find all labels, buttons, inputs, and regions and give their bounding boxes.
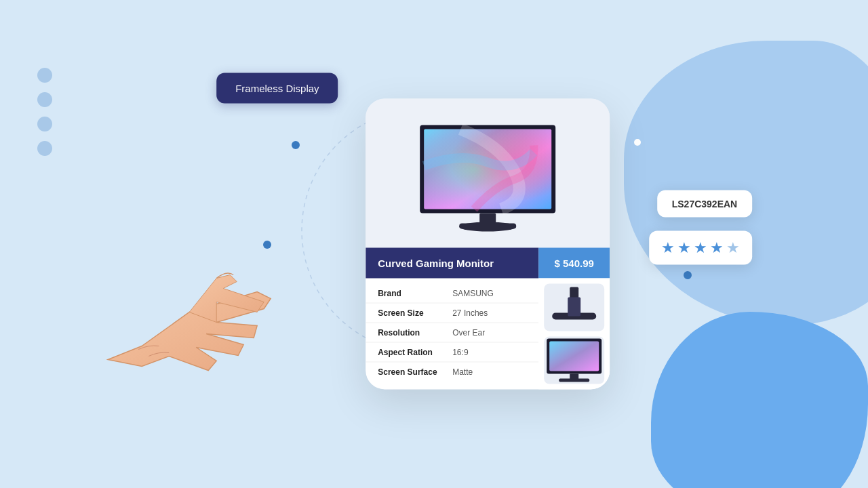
star-1: ★ — [661, 239, 675, 257]
arc-dot-right — [634, 139, 641, 146]
frameless-display-tag: Frameless Display — [216, 73, 338, 104]
monitor-image — [406, 119, 569, 234]
product-price-button[interactable]: $ 540.99 — [538, 248, 610, 279]
card-content: Curved Gaming Monitor $ 540.99 Brand SAM… — [366, 248, 610, 390]
star-3: ★ — [694, 239, 707, 257]
decorative-dots-left — [37, 68, 52, 165]
spec-label: Brand — [378, 289, 452, 298]
thumbnail-column — [538, 279, 610, 390]
svg-rect-12 — [549, 342, 599, 371]
spec-value: Matte — [452, 367, 473, 377]
model-number-tag: LS27C392EAN — [657, 190, 752, 218]
product-image-section — [366, 99, 610, 248]
spec-row: Brand SAMSUNG — [366, 284, 538, 304]
spec-label: Resolution — [378, 328, 452, 338]
star-5-half: ★ — [726, 239, 740, 257]
spec-value: 27 Inches — [452, 308, 488, 318]
hand-pointing — [81, 238, 298, 376]
frameless-display-label: Frameless Display — [235, 83, 319, 94]
spec-label: Screen Surface — [378, 367, 452, 377]
spec-row: Screen Size 27 Inches — [366, 304, 538, 323]
svg-rect-10 — [568, 298, 580, 317]
product-title-button[interactable]: Curved Gaming Monitor — [366, 248, 538, 279]
spec-row: Resolution Over Ear — [366, 323, 538, 343]
spec-value: 16:9 — [452, 348, 468, 357]
specs-and-thumbnails: Brand SAMSUNG Screen Size 27 Inches Reso… — [366, 279, 610, 390]
model-number-label: LS27C392EAN — [672, 199, 737, 209]
spec-value: Over Ear — [452, 328, 485, 338]
arc-dot-left — [292, 141, 300, 149]
bg-blob-bottom-right — [651, 312, 868, 488]
spec-label: Aspect Ration — [378, 348, 452, 357]
star-4: ★ — [710, 239, 724, 257]
product-header: Curved Gaming Monitor $ 540.99 — [366, 248, 610, 279]
specs-table: Brand SAMSUNG Screen Size 27 Inches Reso… — [366, 279, 538, 390]
spec-row: Aspect Ration 16:9 — [366, 343, 538, 363]
arc-dot-right-bottom — [684, 271, 692, 279]
svg-rect-7 — [459, 224, 516, 229]
spec-value: SAMSUNG — [452, 289, 494, 298]
card-container: Frameless Display — [366, 99, 610, 390]
stars-rating-tag: ★ ★ ★ ★ ★ — [649, 231, 752, 265]
thumbnail-stand[interactable] — [544, 284, 604, 331]
spec-row: Screen Surface Matte — [366, 363, 538, 382]
thumbnail-front[interactable] — [544, 337, 604, 384]
svg-rect-14 — [559, 379, 589, 382]
bg-blob-right — [624, 41, 868, 325]
star-2: ★ — [677, 239, 691, 257]
product-card: Curved Gaming Monitor $ 540.99 Brand SAM… — [366, 99, 610, 390]
spec-label: Screen Size — [378, 308, 452, 318]
